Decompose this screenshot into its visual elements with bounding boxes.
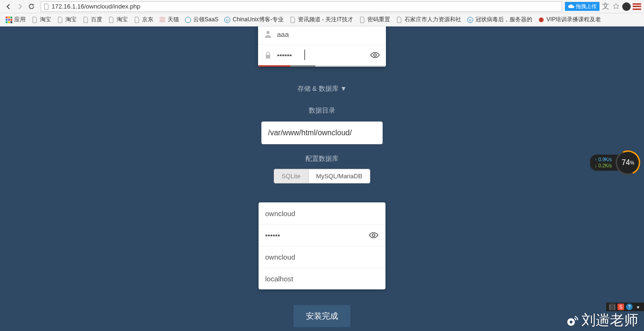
- finish-setup-button[interactable]: 安装完成: [293, 305, 351, 328]
- data-directory-input[interactable]: [268, 129, 376, 137]
- letter-icon: U: [224, 17, 231, 23]
- bookmarks-bar: 应用 淘宝 淘宝 百度 淘宝 京东 天猫 云领SaaS UChinaUnix博客…: [0, 13, 644, 26]
- network-monitor-widget[interactable]: ↑ 0.9K/s ↓ 0.2K/s 74%: [590, 150, 640, 175]
- db-user-input[interactable]: [265, 209, 379, 218]
- apps-button[interactable]: 应用: [3, 16, 28, 24]
- network-usage-circle: 74%: [616, 150, 640, 175]
- bookmark-item[interactable]: VIP培训录播课程及老: [535, 16, 604, 24]
- page-icon: [43, 3, 50, 10]
- weibo-icon: [566, 314, 579, 327]
- bookmark-item[interactable]: UChinaUnix博客-专业: [221, 16, 286, 24]
- db-option-sqlite[interactable]: SQLite: [274, 169, 308, 183]
- admin-password-input[interactable]: [277, 51, 370, 59]
- reload-button[interactable]: [26, 1, 37, 12]
- bookmark-item[interactable]: 资讯频道 - 关注IT技才: [286, 16, 356, 24]
- letter-icon: U: [467, 17, 474, 23]
- admin-credentials-box: [258, 26, 386, 67]
- redhat-icon: [538, 17, 545, 23]
- bookmark-item[interactable]: 淘宝: [105, 16, 131, 24]
- page-icon: [359, 17, 366, 23]
- profile-avatar[interactable]: [622, 2, 631, 11]
- owncloud-setup-page: 存储 & 数据库 ▼ 数据目录 配置数据库 SQLite MySQL/Maria…: [0, 26, 644, 331]
- svg-point-0: [185, 17, 191, 23]
- watermark: 刘遄老师: [566, 311, 638, 330]
- db-host-input[interactable]: [265, 275, 379, 283]
- admin-username-row: [258, 26, 386, 44]
- bookmark-item[interactable]: 云领SaaS: [182, 16, 221, 24]
- bookmark-item[interactable]: 淘宝: [28, 16, 54, 24]
- db-type-toggle: SQLite MySQL/MariaDB: [274, 169, 370, 183]
- page-icon: [57, 17, 63, 23]
- page-icon: [31, 17, 38, 23]
- svg-point-9: [372, 234, 375, 236]
- db-option-mysql[interactable]: MySQL/MariaDB: [308, 169, 370, 183]
- data-directory-box: [261, 122, 383, 144]
- lock-icon: [264, 51, 272, 60]
- password-strength-meter: [258, 65, 386, 67]
- svg-point-8: [374, 54, 376, 56]
- db-credentials-box: [259, 202, 385, 289]
- url-bar[interactable]: 172.16.1.16/owncloud/index.php: [41, 1, 562, 12]
- forward-button[interactable]: [14, 1, 26, 12]
- system-tray: ⋮⋮ S ? ▾: [606, 303, 644, 311]
- upload-extension[interactable]: 拖拽上传: [565, 2, 599, 11]
- bookmark-item[interactable]: 石家庄市人力资源和社: [393, 16, 464, 24]
- admin-username-input[interactable]: [277, 30, 380, 38]
- cloud-icon: [568, 4, 574, 9]
- sogou-ime-icon[interactable]: S: [617, 304, 624, 310]
- page-icon: [289, 17, 296, 23]
- tray-help-icon[interactable]: ?: [626, 304, 633, 310]
- db-name-input[interactable]: [265, 253, 379, 261]
- admin-password-row: [258, 44, 386, 65]
- bookmark-item[interactable]: 百度: [80, 16, 105, 24]
- svg-rect-7: [266, 54, 270, 58]
- browser-toolbar: 172.16.1.16/owncloud/index.php 拖拽上传 文: [0, 0, 644, 13]
- stripes-icon: [159, 17, 166, 23]
- bookmark-item[interactable]: 京东: [131, 16, 156, 24]
- text-caret: [304, 50, 305, 60]
- storage-db-toggle[interactable]: 存储 & 数据库 ▼: [297, 85, 347, 93]
- bookmark-item[interactable]: U冠状病毒后，服务器的: [464, 16, 535, 24]
- back-button[interactable]: [3, 1, 14, 12]
- globe-icon: [185, 17, 191, 23]
- svg-point-5: [539, 17, 544, 22]
- page-icon: [82, 17, 89, 23]
- tray-icon[interactable]: ⋮⋮: [609, 304, 616, 310]
- svg-text:U: U: [226, 18, 229, 22]
- menu-button[interactable]: [633, 3, 641, 10]
- configure-db-label: 配置数据库: [305, 155, 339, 163]
- page-icon: [134, 17, 140, 23]
- url-text: 172.16.1.16/owncloud/index.php: [52, 3, 140, 10]
- data-directory-label: 数据目录: [309, 106, 335, 115]
- apps-grid-icon: [6, 17, 12, 23]
- translate-icon[interactable]: 文: [601, 2, 610, 11]
- eye-icon[interactable]: [368, 232, 379, 239]
- star-icon[interactable]: [612, 2, 620, 11]
- bookmark-item[interactable]: 淘宝: [54, 16, 80, 24]
- svg-point-6: [267, 31, 270, 34]
- svg-point-11: [570, 321, 572, 323]
- eye-icon[interactable]: [370, 52, 380, 59]
- bookmark-item[interactable]: 天猫: [156, 16, 182, 24]
- page-icon: [396, 17, 402, 23]
- user-icon: [264, 30, 272, 38]
- db-password-input[interactable]: [265, 231, 368, 239]
- page-icon: [108, 17, 115, 23]
- bookmark-item[interactable]: 密码重置: [356, 16, 393, 24]
- svg-text:U: U: [469, 18, 472, 22]
- tray-expand-icon[interactable]: ▾: [635, 304, 641, 310]
